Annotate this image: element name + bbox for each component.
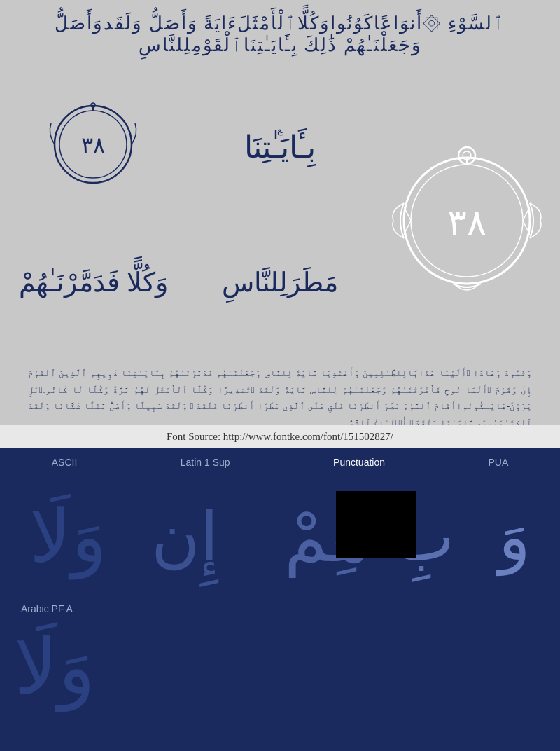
arabic-pf-label: Arabic PF A [0,600,560,614]
arabic-main-text: ٱلسَّوْءِ ۞أَنوَاعًاكَوُنُواوَكُلًّاٱلْأ… [21,13,539,56]
chars-display-row: وَلَا إِن هِمْ بِ وَ [0,474,560,600]
char-6: وَلَا [0,622,95,712]
bottom-section: ASCII Latin 1 Sup Punctuation PUA وَلَا … [0,448,560,751]
arabic-word4: مَطَرَلِلنَّاسِ [222,267,338,298]
font-source-bar: Font Source: http://www.fontke.com/font/… [0,425,560,448]
arabic-paragraph: وَثَمُودَ وَعَادًا ۞أَلَيْمَا عَذَابًالِ… [0,358,560,434]
char-5: وَ [498,498,531,576]
top-section: ٱلسَّوْءِ ۞أَنوَاعًاكَوُنُواوَكُلًّاٱلْأ… [0,0,560,448]
tab-ascii[interactable]: ASCII [52,457,78,468]
calligraphy-cell-4: مَطَرَلِلنَّاسِ [187,214,374,352]
char-4-container: بِ [392,498,454,576]
svg-text:٣٨: ٣٨ [81,132,105,158]
arabic-word3: وَكُلًّا فَدَمَّرْنَـٰهُمْ [19,267,168,298]
category-tabs: ASCII Latin 1 Sup Punctuation PUA [0,448,560,474]
tab-punctuation[interactable]: Punctuation [333,457,385,468]
tab-pua[interactable]: PUA [488,457,508,468]
calligraphy-cell-1: ٣٨ [0,76,187,214]
second-row: وَلَا [0,614,560,719]
black-overlay [336,491,416,558]
tab-latin1sup[interactable]: Latin 1 Sup [181,457,230,468]
arabic-word2: بِـَٔايَـٰتِنَا [244,129,316,165]
char-1: وَلَا [29,494,107,579]
arabic-pf-section: Arabic PF A وَلَا [0,600,560,719]
svg-text:٣٨: ٣٨ [447,202,486,242]
calligraphy-cell-2: ﻊ بِـَٔايَـٰتِنَا [187,76,374,214]
char-2: إِن [151,498,218,576]
word1-ornate: ٣٨ [27,102,160,186]
emblem-svg: ٣٨ [386,126,547,301]
calligraphy-grid: ٣٨ ﻊ بِـَٔايَـٰتِنَا [0,69,560,358]
arabic-banner: ٱلسَّوْءِ ۞أَنوَاعًاكَوُنُواوَكُلًّاٱلْأ… [0,0,560,69]
emblem-cell: ٣٨ [373,76,560,351]
calligraphy-cell-3: وَكُلًّا فَدَمَّرْنَـٰهُمْ [0,214,187,352]
